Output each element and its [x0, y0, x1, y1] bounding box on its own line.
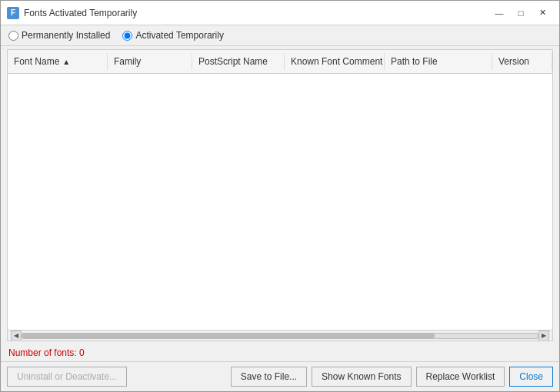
close-window-button[interactable]: ✕	[532, 5, 553, 22]
title-controls: — □ ✕	[488, 5, 553, 22]
sort-arrow-icon: ▲	[62, 58, 70, 66]
permanently-installed-radio[interactable]	[8, 31, 18, 41]
window-title: Fonts Activated Temporarily	[24, 8, 137, 18]
close-button[interactable]: Close	[509, 367, 553, 387]
col-header-font-name[interactable]: Font Name ▲	[8, 53, 108, 70]
scrollbar-thumb[interactable]	[22, 334, 435, 338]
minimize-button[interactable]: —	[488, 5, 510, 22]
scroll-right-arrow[interactable]: ▶	[538, 331, 549, 341]
permanently-installed-radio-group[interactable]: Permanently Installed	[8, 30, 110, 41]
show-known-fonts-button[interactable]: Show Known Fonts	[312, 367, 411, 387]
permanently-installed-label[interactable]: Permanently Installed	[22, 30, 110, 41]
col-header-path[interactable]: Path to File	[385, 53, 492, 70]
replace-worklist-button[interactable]: Replace Worklist	[416, 367, 505, 387]
main-window: F Fonts Activated Temporarily — □ ✕ Perm…	[0, 0, 560, 392]
font-table-container: Font Name ▲ Family PostScript Name Known…	[7, 49, 553, 341]
number-of-fonts-label: Number of fonts:	[8, 347, 77, 358]
save-to-file-button[interactable]: Save to File...	[231, 367, 307, 387]
bottom-button-bar: Uninstall or Deactivate... Save to File.…	[1, 361, 559, 391]
col-header-postscript[interactable]: PostScript Name	[192, 53, 285, 70]
table-body	[8, 74, 552, 330]
col-header-family[interactable]: Family	[108, 53, 192, 70]
title-bar-left: F Fonts Activated Temporarily	[7, 7, 137, 19]
activated-temporarily-label[interactable]: Activated Temporarily	[135, 30, 224, 41]
uninstall-deactivate-button[interactable]: Uninstall or Deactivate...	[7, 367, 127, 387]
mode-toolbar: Permanently Installed Activated Temporar…	[1, 25, 559, 46]
number-of-fonts-value: 0	[79, 347, 85, 358]
horizontal-scrollbar-area: ◀ ▶	[8, 330, 552, 341]
status-bar: Number of fonts: 0	[1, 344, 559, 361]
scroll-left-arrow[interactable]: ◀	[11, 331, 22, 341]
horizontal-scrollbar[interactable]	[22, 333, 538, 339]
activated-temporarily-radio-group[interactable]: Activated Temporarily	[122, 30, 224, 41]
col-header-version[interactable]: Version	[492, 53, 552, 70]
col-header-known-font[interactable]: Known Font Comment	[285, 53, 385, 70]
app-icon: F	[7, 7, 19, 19]
maximize-button[interactable]: □	[510, 5, 532, 22]
title-bar: F Fonts Activated Temporarily — □ ✕	[1, 1, 559, 25]
table-header: Font Name ▲ Family PostScript Name Known…	[8, 50, 552, 74]
activated-temporarily-radio[interactable]	[122, 31, 132, 41]
